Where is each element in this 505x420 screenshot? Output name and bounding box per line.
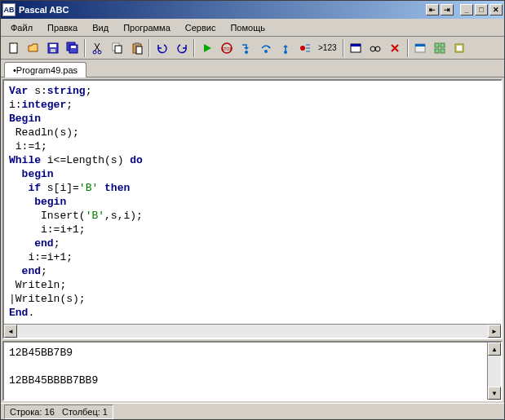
col-value: 1 <box>103 407 108 417</box>
svg-rect-27 <box>441 43 445 47</box>
output-vscrollbar[interactable]: ▲ ▼ <box>487 343 501 400</box>
breakpoint-button[interactable] <box>295 39 314 57</box>
undo-icon <box>156 42 169 55</box>
scroll-right-button[interactable]: ► <box>488 325 501 338</box>
svg-rect-25 <box>415 44 425 46</box>
svg-rect-12 <box>135 42 140 45</box>
save-button[interactable] <box>43 39 62 57</box>
statusbar: Строка: 16 Столбец: 1 <box>1 403 504 419</box>
scroll-track[interactable] <box>17 325 488 338</box>
new-file-icon <box>7 42 20 55</box>
open-file-button[interactable] <box>24 39 42 57</box>
step-over-icon <box>259 42 272 55</box>
scroll-left-button[interactable]: ◄ <box>4 325 17 338</box>
watch-button[interactable]: >123 <box>315 39 340 57</box>
svg-rect-6 <box>71 46 76 48</box>
svg-point-23 <box>375 46 380 51</box>
svg-rect-10 <box>115 46 122 53</box>
breakpoint-icon <box>299 42 312 55</box>
tool-b-button[interactable] <box>431 39 450 57</box>
status-position: Строка: 16 Столбец: 1 <box>4 405 113 419</box>
svg-rect-21 <box>351 44 361 46</box>
window-controls: ⇤ ⇥ _ □ ✕ <box>426 4 503 15</box>
grid-icon <box>433 42 446 55</box>
svg-rect-2 <box>50 44 56 47</box>
scroll-down-button[interactable]: ▼ <box>488 387 501 400</box>
svg-rect-29 <box>441 49 445 53</box>
titlebar: AB Pascal ABC ⇤ ⇥ _ □ ✕ <box>1 1 504 19</box>
svg-point-18 <box>284 51 287 54</box>
save-all-icon <box>66 42 79 55</box>
close-button[interactable]: ✕ <box>489 4 503 15</box>
menu-edit[interactable]: Правка <box>41 21 84 34</box>
dock-left-button[interactable]: ⇤ <box>426 4 439 15</box>
editor-panel: Var s:string; i:integer; Begin Readln(s)… <box>2 79 503 339</box>
svg-rect-13 <box>136 46 142 54</box>
svg-point-16 <box>245 51 248 54</box>
step-into-icon <box>240 42 253 55</box>
col-label: Столбец: <box>62 407 100 417</box>
svg-point-22 <box>370 46 375 51</box>
undo-button[interactable] <box>153 39 171 57</box>
window-icon <box>349 42 362 55</box>
svg-rect-26 <box>435 43 439 47</box>
tool-c-button[interactable] <box>450 39 469 57</box>
output-window-button[interactable] <box>347 39 365 57</box>
step-over-button[interactable] <box>256 39 275 57</box>
svg-rect-31 <box>457 46 462 51</box>
output-panel: 12B45BB7B9 12BB45BBBB7BB9 ▲ ▼ <box>2 341 503 401</box>
tool-a-button[interactable] <box>411 39 430 57</box>
svg-rect-3 <box>51 49 55 52</box>
run-button[interactable] <box>197 39 216 57</box>
app-icon: AB <box>2 3 16 16</box>
menu-help[interactable]: Помощь <box>224 21 272 34</box>
redo-button[interactable] <box>172 39 191 57</box>
cut-icon <box>91 42 104 55</box>
toolbar: STOP >123 <box>1 37 504 60</box>
line-label: Строка: <box>10 407 42 417</box>
stop-button[interactable]: STOP <box>217 39 236 57</box>
menubar: Файл Правка Вид Программа Сервис Помощь <box>1 19 504 37</box>
new-file-button[interactable] <box>4 39 23 57</box>
maximize-button[interactable]: □ <box>475 4 488 15</box>
svg-text:STOP: STOP <box>221 46 233 51</box>
copy-icon <box>111 42 124 55</box>
step-into-button[interactable] <box>237 39 255 57</box>
window-title: Pascal ABC <box>19 5 426 15</box>
open-folder-icon <box>27 42 40 55</box>
minimize-button[interactable]: _ <box>460 4 473 15</box>
watch-label: >123 <box>318 43 337 52</box>
tab-program49[interactable]: •Program49.pas <box>4 62 86 77</box>
scroll-up-button[interactable]: ▲ <box>488 343 501 356</box>
menu-program[interactable]: Программа <box>117 21 177 34</box>
module-icon <box>453 42 466 55</box>
menu-view[interactable]: Вид <box>86 21 115 34</box>
step-out-button[interactable] <box>276 39 295 57</box>
paste-icon <box>131 42 144 55</box>
menu-service[interactable]: Сервис <box>179 21 223 34</box>
redo-icon <box>175 42 188 55</box>
save-all-button[interactable] <box>63 39 82 57</box>
copy-button[interactable] <box>108 39 126 57</box>
svg-point-17 <box>264 50 268 53</box>
scroll-track[interactable] <box>488 356 501 387</box>
cut-button[interactable] <box>88 39 107 57</box>
menu-file[interactable]: Файл <box>4 21 39 34</box>
form-icon <box>414 42 427 55</box>
svg-rect-28 <box>435 49 439 53</box>
code-editor[interactable]: Var s:string; i:integer; Begin Readln(s)… <box>4 81 501 324</box>
output-area[interactable]: 12B45BB7B9 12BB45BBBB7BB9 <box>4 343 487 400</box>
stop-icon: STOP <box>220 42 233 55</box>
svg-point-19 <box>300 46 305 51</box>
dock-right-button[interactable]: ⇥ <box>441 4 454 15</box>
paste-button[interactable] <box>127 39 146 57</box>
editor-hscrollbar[interactable]: ◄ ► <box>4 324 501 338</box>
app-window: AB Pascal ABC ⇤ ⇥ _ □ ✕ Файл Правка Вид … <box>0 0 505 420</box>
tabbar: •Program49.pas <box>1 60 504 77</box>
x-icon <box>388 42 401 55</box>
tab-label: •Program49.pas <box>13 65 78 75</box>
view-button[interactable] <box>366 39 385 57</box>
delete-button[interactable] <box>386 39 405 57</box>
step-out-icon <box>279 42 292 55</box>
line-value: 16 <box>45 407 55 417</box>
